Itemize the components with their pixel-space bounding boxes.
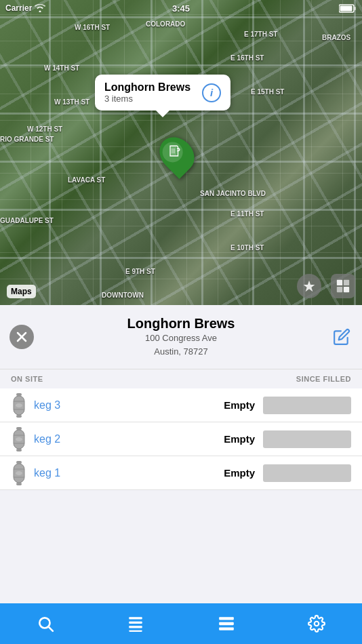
svg-rect-36 xyxy=(129,630,143,632)
svg-rect-37 xyxy=(219,617,234,620)
map-type-button[interactable] xyxy=(331,274,355,298)
svg-rect-26 xyxy=(16,461,22,464)
keg-name[interactable]: keg 1 xyxy=(34,467,221,479)
svg-point-22 xyxy=(16,437,22,441)
battery-icon xyxy=(339,4,357,13)
callout-text: Longhorn Brews 3 items xyxy=(104,81,190,104)
venue-address-line2: Austin, 78727 xyxy=(41,345,321,359)
keg-status: Empty xyxy=(221,467,255,479)
keg-name[interactable]: keg 2 xyxy=(34,433,221,445)
beer-mug-icon xyxy=(158,136,190,168)
detail-section: Longhorn Brews 100 Congress Ave Austin, … xyxy=(0,305,362,644)
info-icon: i xyxy=(210,87,213,98)
tab-bar xyxy=(0,603,362,644)
svg-rect-7 xyxy=(337,280,342,285)
settings-icon xyxy=(307,614,326,633)
keg-icon xyxy=(11,393,27,418)
street-label: W 13TH ST xyxy=(54,98,89,106)
street-label: SAN JACINTO BLVD xyxy=(200,190,266,197)
keg-status: Empty xyxy=(221,433,255,445)
since-filled-column-header: SINCE FILLED xyxy=(296,375,351,383)
svg-rect-34 xyxy=(129,622,143,624)
status-time: 3:45 xyxy=(172,3,190,14)
keg-row[interactable]: keg 3Empty xyxy=(0,388,362,422)
svg-rect-27 xyxy=(16,483,22,485)
svg-rect-20 xyxy=(16,427,22,430)
street-label: GUADALUPE ST xyxy=(0,217,54,224)
street-label: E 10TH ST xyxy=(230,244,264,251)
street-label: E 9TH ST xyxy=(125,268,155,275)
svg-line-32 xyxy=(49,627,53,631)
street-label: W 16TH ST xyxy=(75,24,110,31)
street-label: E 17TH ST xyxy=(244,31,277,38)
svg-rect-3 xyxy=(171,146,176,155)
svg-rect-8 xyxy=(344,280,349,285)
callout-info-button[interactable]: i xyxy=(202,83,221,102)
street-label: E 11TH ST xyxy=(230,210,264,218)
svg-point-16 xyxy=(16,403,22,407)
street-label: RIO GRANDE ST xyxy=(0,136,54,143)
svg-rect-39 xyxy=(219,627,234,630)
map-pin[interactable] xyxy=(161,136,193,174)
callout-title: Longhorn Brews xyxy=(104,81,190,94)
street-label: BRAZOS xyxy=(322,34,350,41)
map-callout[interactable]: Longhorn Brews 3 items i xyxy=(95,75,230,110)
edit-button[interactable] xyxy=(331,326,353,348)
street-label: DOWNTOWN xyxy=(102,291,144,299)
keg-icon xyxy=(11,461,27,485)
carrier-label: Carrier xyxy=(5,3,32,13)
search-icon xyxy=(36,614,55,633)
status-bar: Carrier 3:45 xyxy=(0,0,362,16)
svg-rect-9 xyxy=(337,287,342,292)
callout-subtitle: 3 items xyxy=(104,94,190,104)
keg-status: Empty xyxy=(221,399,255,411)
compass-button[interactable] xyxy=(297,274,321,298)
wifi-icon xyxy=(35,4,45,12)
on-site-column-header: ON SITE xyxy=(11,375,43,383)
tab-settings[interactable] xyxy=(272,609,363,639)
tab-table[interactable] xyxy=(181,609,272,639)
keg-row[interactable]: keg 1Empty xyxy=(0,456,362,490)
close-button[interactable] xyxy=(9,325,34,349)
svg-point-40 xyxy=(315,622,319,626)
map-background: W 16TH STW 14TH STW 13TH STW 12TH STE 17… xyxy=(0,0,362,305)
table-header: ON SITE SINCE FILLED xyxy=(0,369,362,388)
venue-name: Longhorn Brews xyxy=(41,316,321,331)
street-label: W 12TH ST xyxy=(27,125,62,133)
keg-fill-bar xyxy=(263,430,351,448)
detail-header: Longhorn Brews 100 Congress Ave Austin, … xyxy=(0,305,362,369)
svg-rect-2 xyxy=(340,5,353,11)
keg-name[interactable]: keg 3 xyxy=(34,399,221,411)
svg-rect-33 xyxy=(129,617,143,619)
svg-rect-14 xyxy=(16,393,22,396)
svg-rect-38 xyxy=(219,622,234,625)
street-label: E 15TH ST xyxy=(251,88,284,96)
street-label: LAVACA ST xyxy=(68,176,105,184)
svg-rect-15 xyxy=(16,415,22,418)
svg-point-28 xyxy=(16,471,22,475)
keg-list: keg 3Empty keg 2Empty keg 1Empty xyxy=(0,388,362,490)
keg-row[interactable]: keg 2Empty xyxy=(0,422,362,456)
maps-logo: Maps xyxy=(7,285,36,298)
street-label: COLORADO xyxy=(146,20,185,28)
street-label: W 14TH ST xyxy=(44,64,79,72)
svg-rect-21 xyxy=(16,449,22,451)
map-section[interactable]: W 16TH STW 14TH STW 13TH STW 12TH STE 17… xyxy=(0,0,362,305)
keg-icon xyxy=(11,427,27,451)
svg-rect-10 xyxy=(344,287,349,292)
street-label: E 16TH ST xyxy=(230,54,264,62)
venue-address-line1: 100 Congress Ave xyxy=(41,331,321,345)
keg-fill-bar xyxy=(263,397,351,414)
keg-fill-bar xyxy=(263,464,351,482)
tab-search[interactable] xyxy=(0,609,91,639)
table-icon xyxy=(217,614,236,633)
svg-rect-1 xyxy=(355,7,357,10)
svg-rect-35 xyxy=(129,626,143,628)
list-icon xyxy=(126,614,145,633)
tab-list[interactable] xyxy=(91,609,182,639)
